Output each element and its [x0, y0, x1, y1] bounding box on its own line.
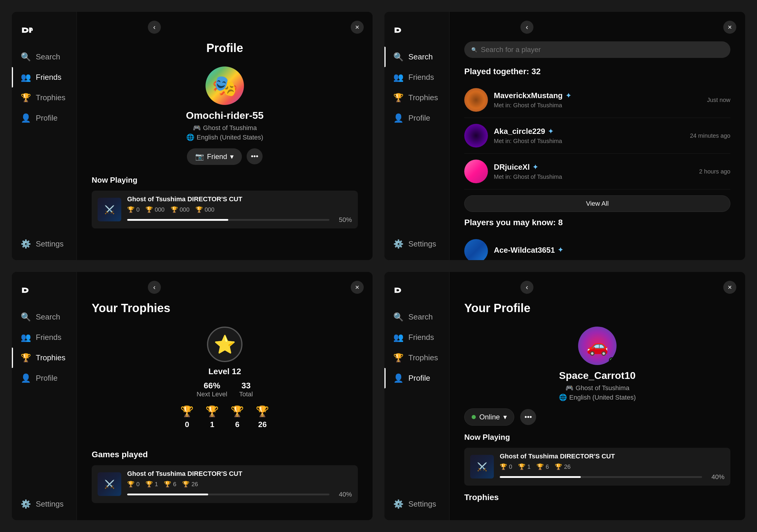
friend-info-aka: Aka_circle229 ✦ Met in: Ghost of Tsushim…: [494, 127, 684, 144]
more-button[interactable]: •••: [247, 148, 262, 164]
close-button[interactable]: ×: [351, 21, 364, 34]
view-all-button[interactable]: View All: [464, 195, 730, 212]
back-button-br[interactable]: ‹: [520, 281, 533, 294]
game-platinum-icon-bl: 🏆: [127, 481, 135, 488]
profile-avatar-section-br: 🚗 Space_Carrot10 🎮 Ghost of Tsushima 🌐 E…: [464, 327, 730, 401]
search-input[interactable]: [481, 45, 723, 54]
got-thumb-bl: ⚔️: [98, 472, 121, 496]
sidebar-trophies-label-br: Trophies: [409, 353, 438, 362]
game-bronze-bl: 🏆 26: [182, 481, 198, 488]
friends-icon-bl: 👥: [21, 333, 31, 342]
sidebar-profile-label-bl: Profile: [36, 373, 58, 383]
trophy-icon-bl: 🏆: [21, 353, 31, 363]
sidebar-item-search[interactable]: 🔍 Search: [12, 47, 76, 67]
game-bronze-br: 🏆 26: [555, 463, 570, 470]
level-label: Level 12: [208, 367, 241, 376]
sidebar-profile-tr[interactable]: 👤 Profile: [384, 108, 449, 128]
sidebar-friends-bl[interactable]: 👥 Friends: [12, 327, 76, 347]
sidebar-trophies-tr[interactable]: 🏆 Trophies: [384, 87, 449, 108]
sidebar-trophies-br[interactable]: 🏆 Trophies: [384, 347, 449, 368]
more-button-br[interactable]: •••: [520, 409, 536, 425]
game-gold-icon-bl: 🏆: [145, 481, 153, 488]
back-button-bl[interactable]: ‹: [148, 281, 161, 294]
sidebar-friends-tr[interactable]: 👥 Friends: [384, 67, 449, 87]
profile-avatar-section: 🎭 Omochi-rider-55 🎮 Ghost of Tsushima 🌐 …: [92, 67, 358, 141]
game-thumbnail: ⚔️: [98, 198, 121, 222]
settings-tr[interactable]: ⚙️ Settings: [384, 234, 449, 254]
friend-button[interactable]: 📷 Friend ▾: [187, 148, 242, 165]
back-button-tr[interactable]: ‹: [520, 21, 533, 34]
sidebar-item-friends[interactable]: 👥 Friends: [12, 67, 76, 87]
game-info: Ghost of Tsushima DIRECTOR'S CUT 🏆 0 🏆 0…: [127, 195, 352, 224]
bronze-trophy: 🏆 000: [196, 206, 214, 213]
avatar: 🎭: [205, 67, 244, 105]
sidebar-trophies-label-tr: Trophies: [409, 93, 438, 102]
panel-bottom-left: 🔍 Search 👥 Friends 🏆 Trophies 👤 Profile …: [12, 272, 373, 520]
profile-actions: 📷 Friend ▾ •••: [92, 148, 358, 165]
profile-icon-bl: 👤: [21, 373, 31, 383]
friends-icon-tr: 👥: [393, 73, 404, 82]
sidebar-search-bl[interactable]: 🔍 Search: [12, 307, 76, 327]
platinum-count-icon: 🏆: [180, 405, 194, 418]
sidebar-settings[interactable]: ⚙️ Settings: [12, 234, 76, 254]
progress-bar-br: [500, 476, 702, 478]
progress-pct: 50%: [334, 216, 352, 224]
language-icon-br: 🌐: [559, 394, 567, 401]
main-content-top-left: ‹ × Profile 🎭 Omochi-rider-55 🎮 Ghost of…: [77, 12, 373, 260]
settings-label-bl: Settings: [36, 499, 64, 509]
game-title-bl: Ghost of Tsushima DIRECTOR'S CUT: [127, 470, 352, 478]
friend-row-ace: Ace-Wildcat3651 ✦: [464, 233, 730, 260]
panel-top-left: 🔍 Search 👥 Friends 🏆 Trophies 👤 Profile …: [12, 12, 373, 260]
progress-bar-container: 50%: [127, 216, 352, 224]
game-row-bl: ⚔️ Ghost of Tsushima DIRECTOR'S CUT 🏆 0 …: [92, 465, 358, 503]
profile-lang-br: 🌐 English (United States): [559, 394, 636, 401]
progress-bar: [127, 219, 329, 221]
trophies-section-title-br: Trophies: [464, 493, 730, 502]
sidebar-profile-label-tr: Profile: [409, 113, 430, 123]
back-button[interactable]: ‹: [148, 21, 161, 34]
progress-pct-br: 40%: [707, 473, 724, 481]
settings-icon-bl: ⚙️: [21, 499, 31, 509]
your-profile-content: Your Profile 🚗 Space_Carrot10 🎮 Ghost of…: [464, 302, 730, 502]
total-count: 33: [241, 381, 251, 390]
friend-name-ace: Ace-Wildcat3651 ✦: [494, 246, 730, 255]
friend-time-maverick: Just now: [707, 97, 730, 103]
settings-br[interactable]: ⚙️ Settings: [384, 494, 449, 514]
sidebar-search-br[interactable]: 🔍 Search: [384, 307, 449, 327]
friend-met-drjuice: Met in: Ghost of Tsushima: [494, 173, 693, 180]
ps-plus-badge-drjuice: ✦: [532, 163, 538, 171]
page-title-bl: Your Trophies: [92, 302, 358, 315]
close-button-bl[interactable]: ×: [351, 281, 364, 294]
online-status-button[interactable]: Online ▾: [464, 408, 514, 426]
profile-icon-tr: 👤: [393, 113, 404, 123]
friends-icon: 👥: [21, 73, 31, 82]
friend-name-drjuice: DRjuiceXl ✦: [494, 163, 693, 172]
sidebar-friends-br[interactable]: 👥 Friends: [384, 327, 449, 347]
game-title-br: Ghost of Tsushima DIRECTOR'S CUT: [500, 453, 724, 460]
panel-bottom-right: 🔍 Search 👥 Friends 🏆 Trophies 👤 Profile …: [384, 272, 745, 520]
sidebar-item-trophies-label: Trophies: [36, 93, 65, 102]
close-button-tr[interactable]: ×: [723, 21, 736, 34]
ps-logo-br: [384, 284, 449, 307]
sidebar-item-profile[interactable]: 👤 Profile: [12, 108, 76, 128]
next-level-pct: 66%: [204, 381, 220, 390]
friends-icon-br: 👥: [393, 333, 404, 342]
game-icon: 🎮: [193, 124, 201, 132]
settings-bl[interactable]: ⚙️ Settings: [12, 494, 76, 514]
close-button-br[interactable]: ×: [723, 281, 736, 294]
search-icon-bl: 🔍: [21, 312, 31, 322]
sidebar-trophies-bl[interactable]: 🏆 Trophies: [12, 347, 76, 368]
bronze-count: 🏆 26: [256, 405, 269, 429]
sidebar-profile-br[interactable]: 👤 Profile: [384, 368, 449, 388]
search-icon-br: 🔍: [393, 312, 404, 322]
now-playing-title: Now Playing: [92, 176, 358, 185]
sidebar-profile-bl[interactable]: 👤 Profile: [12, 368, 76, 388]
trophy-level-icon: ⭐: [207, 327, 242, 362]
sidebar-top-left: 🔍 Search 👥 Friends 🏆 Trophies 👤 Profile …: [12, 12, 77, 260]
sidebar-item-trophies[interactable]: 🏆 Trophies: [12, 87, 76, 108]
profile-language: 🌐 English (United States): [186, 133, 263, 141]
page-title-br: Your Profile: [464, 302, 730, 315]
main-content-bottom-right: ‹ × Your Profile 🚗 Space_Carrot10 🎮 Ghos…: [449, 272, 745, 520]
sidebar-search-tr[interactable]: 🔍 Search: [384, 47, 449, 67]
ps-plus-badge-ace: ✦: [558, 246, 563, 254]
